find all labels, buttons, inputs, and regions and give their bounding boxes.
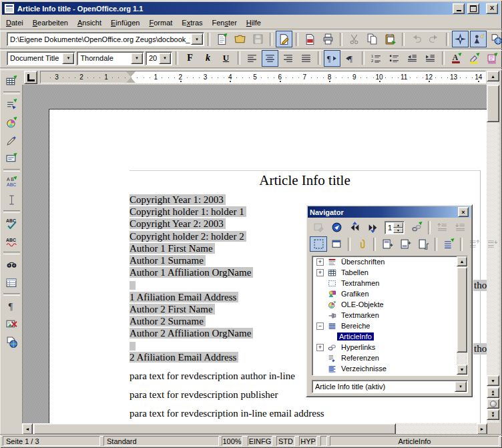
tree-item-label[interactable]: OLE-Objekte: [339, 300, 386, 308]
spinner-down-button[interactable]: ▼: [393, 228, 403, 233]
tree-expander[interactable]: +: [316, 258, 324, 266]
font-size-value[interactable]: 20: [146, 54, 158, 62]
tree-scroll-down-button[interactable]: ▼: [457, 365, 467, 375]
highlighting-button[interactable]: [466, 50, 483, 67]
scroll-down-button[interactable]: ▼: [487, 375, 499, 386]
stylist-toggle-button[interactable]: [470, 31, 487, 47]
data-sources-button[interactable]: [3, 274, 20, 291]
tree-expander[interactable]: +: [316, 344, 324, 351]
tree-item-label[interactable]: Textrahmen: [339, 279, 381, 287]
paste-button[interactable]: [382, 31, 399, 47]
autospellcheck-button[interactable]: ABC: [3, 233, 20, 250]
menu-datei[interactable]: Datei: [1, 17, 28, 28]
nav-reminder-button[interactable]: [353, 236, 370, 252]
tree-item-referenzen[interactable]: Referenzen: [312, 353, 467, 363]
tree-scroll-up-button[interactable]: ▲: [457, 256, 467, 266]
print-file-button[interactable]: [320, 31, 336, 47]
tree-item-label[interactable]: Verzeichnisse: [339, 365, 389, 373]
paragraph-background-button[interactable]: [484, 50, 501, 67]
status-pagestyle-field[interactable]: Standard: [103, 436, 219, 446]
indent-marker-top[interactable]: [126, 71, 136, 77]
text-rtl-button[interactable]: ¶: [342, 50, 358, 67]
previous-page-button[interactable]: ▲▲: [487, 387, 499, 398]
tree-item-berschriften[interactable]: +Überschriften: [312, 256, 467, 267]
tree-item-articleinfo[interactable]: ArticleInfo: [312, 331, 467, 342]
online-layout-button[interactable]: [3, 334, 20, 351]
tree-expander[interactable]: −: [316, 322, 324, 330]
graphics-onoff-button[interactable]: [3, 316, 20, 332]
export-pdf-button[interactable]: [302, 31, 318, 47]
align-center-button[interactable]: [262, 50, 278, 67]
horizontal-scrollbar[interactable]: ◄ ►: [22, 423, 487, 435]
nav-next-button[interactable]: [364, 220, 381, 235]
nav-header-button[interactable]: [379, 236, 396, 252]
nav-content-view-button[interactable]: [310, 236, 327, 252]
menu-format[interactable]: Format: [144, 17, 177, 28]
nonprinting-characters-button[interactable]: ¶: [3, 298, 20, 314]
edit-file-button[interactable]: [276, 31, 292, 47]
spellcheck-button[interactable]: ABC: [3, 215, 20, 232]
tree-item-label[interactable]: Referenzen: [339, 354, 381, 362]
tree-item-label[interactable]: Hyperlinks: [339, 343, 377, 351]
chevron-down-icon[interactable]: ▼: [62, 53, 74, 64]
chevron-down-icon[interactable]: ▼: [159, 53, 171, 64]
tree-item-label[interactable]: Textmarken: [339, 311, 381, 319]
nav-anchor-text-button[interactable]: [415, 236, 432, 252]
scroll-up-button[interactable]: ▲: [487, 71, 499, 81]
maximize-button[interactable]: [467, 3, 479, 14]
nav-footer-button[interactable]: [397, 236, 414, 252]
horizontal-scroll-thumb[interactable]: [33, 423, 396, 435]
increase-indent-button[interactable]: [422, 50, 439, 67]
navigator-window[interactable]: Navigator × 1▲▼ +Überschriften+TabellenT…: [306, 204, 473, 397]
paragraph-style-value[interactable]: Document Title: [7, 54, 61, 62]
bold-button[interactable]: F: [182, 50, 198, 67]
find-replace-button[interactable]: [3, 256, 20, 273]
tree-item-textrahmen[interactable]: Textrahmen: [312, 278, 467, 288]
italic-button[interactable]: k: [200, 50, 216, 67]
scroll-right-button[interactable]: ►: [477, 423, 487, 435]
nav-previous-button[interactable]: [346, 220, 363, 235]
tree-item-label[interactable]: Überschriften: [339, 258, 387, 266]
tree-scrollbar[interactable]: ▲ ▼: [457, 256, 467, 375]
spinner-up-button[interactable]: ▲: [393, 222, 403, 228]
nav-window-button[interactable]: [328, 236, 345, 252]
navigator-close-button[interactable]: ×: [458, 207, 469, 217]
tree-item-textmarken[interactable]: Textmarken: [312, 310, 467, 320]
vertical-scroll-thumb[interactable]: [487, 85, 499, 122]
horizontal-ruler[interactable]: 3211234567891011121314: [40, 71, 486, 83]
next-page-button[interactable]: ▼▼: [487, 409, 499, 420]
tree-expander[interactable]: +: [316, 269, 324, 276]
hyperlink-dialog-button[interactable]: [488, 31, 502, 47]
tree-item-label[interactable]: Tabellen: [339, 268, 370, 276]
navigator-document-value[interactable]: Article Info title (aktiv): [312, 383, 454, 391]
tree-item-oleobjekte[interactable]: OLE-Objekte: [312, 299, 467, 310]
status-insert-mode-field[interactable]: EINFG: [248, 436, 272, 446]
scroll-left-button[interactable]: ◄: [22, 423, 33, 435]
minimize-button[interactable]: [453, 3, 465, 14]
chevron-down-icon[interactable]: ▼: [191, 33, 203, 45]
chevron-down-icon[interactable]: ▼: [455, 381, 467, 392]
tree-item-verzeichnisse[interactable]: Verzeichnisse: [312, 363, 467, 374]
menu-bearbeiten[interactable]: Bearbeiten: [28, 17, 73, 28]
open-document-button[interactable]: [232, 31, 248, 47]
justify-button[interactable]: [298, 50, 314, 67]
navigator-document-select[interactable]: Article Info title (aktiv) ▼: [312, 380, 468, 393]
page-number-value[interactable]: 1: [385, 224, 393, 232]
navigation-dot-button[interactable]: [487, 399, 499, 409]
tree-item-label[interactable]: Bereiche: [339, 322, 372, 330]
bullet-list-button[interactable]: [386, 50, 403, 67]
menu-einfgen[interactable]: Einfügen: [106, 17, 144, 28]
chevron-down-icon[interactable]: ▼: [131, 53, 143, 64]
url-value[interactable]: D:\Eigene Dokumente\OpenOffice.org Zeugs…: [7, 35, 190, 43]
menu-ansicht[interactable]: Ansicht: [73, 17, 106, 28]
status-hyperlink-mode-field[interactable]: HYP: [299, 436, 317, 446]
form-functions-button[interactable]: [3, 150, 20, 167]
numbered-list-button[interactable]: 12: [368, 50, 385, 67]
align-left-button[interactable]: [244, 50, 260, 67]
draw-functions-button[interactable]: [3, 132, 20, 149]
font-name-combobox[interactable]: Thorndale ▼: [77, 51, 144, 65]
menu-hilfe[interactable]: Hilfe: [242, 17, 266, 28]
navigator-toggle-button[interactable]: [452, 31, 469, 47]
autotext-button[interactable]: A BABC: [3, 174, 20, 190]
decrease-indent-button[interactable]: [404, 50, 421, 67]
